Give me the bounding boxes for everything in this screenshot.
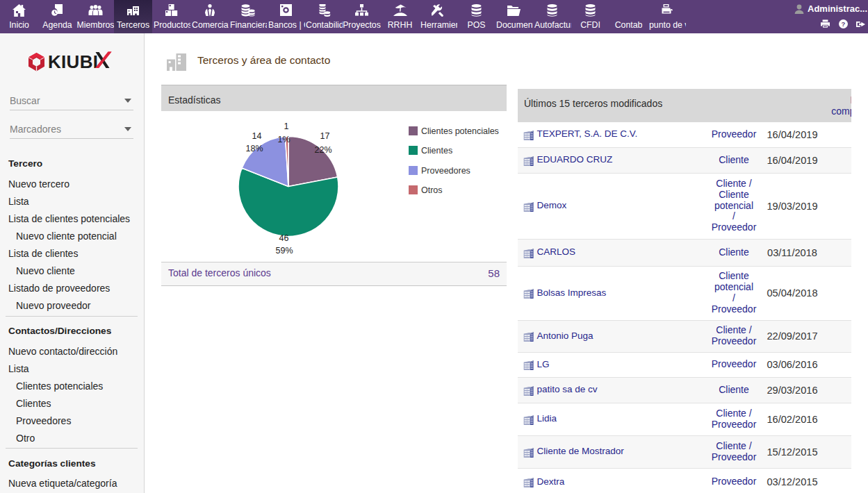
- svg-text:1%: 1%: [277, 135, 290, 144]
- svg-text:59%: 59%: [275, 246, 293, 256]
- svg-text:14: 14: [252, 131, 262, 141]
- svg-text:1: 1: [284, 122, 289, 131]
- svg-text:17: 17: [320, 131, 330, 141]
- svg-text:46: 46: [279, 233, 289, 243]
- svg-text:?: ?: [841, 20, 845, 28]
- svg-text:22%: 22%: [314, 145, 331, 155]
- svg-text:KIUBI: KIUBI: [48, 51, 98, 72]
- svg-text:18%: 18%: [245, 144, 263, 153]
